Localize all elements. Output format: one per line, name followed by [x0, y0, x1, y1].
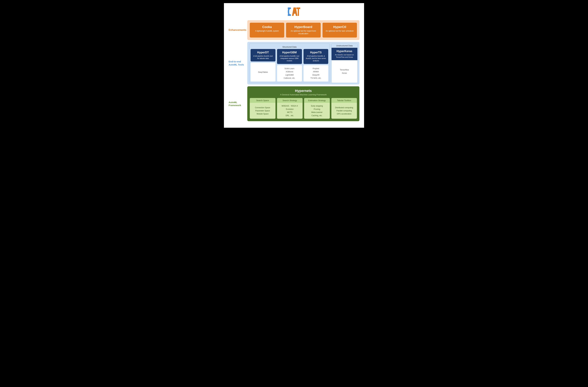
search-strategy-header: Search Strategy	[277, 98, 303, 103]
hypergbm-col: HyperGBM A full pipeline AutoML tool int…	[277, 49, 302, 82]
cooka-title: Cooka	[252, 25, 282, 29]
search-space-items: Connection Space Parameter Space Module …	[255, 106, 270, 116]
hypergbm-items: Scikit-Learn XGBoost LightGBM Catboost, …	[284, 67, 295, 80]
estimation-strategy-col: Estimation Strategy Early stopping Pruni…	[304, 98, 330, 119]
estimation-strategy-body: Early stopping Pruning Meta-Learner Cach…	[304, 103, 330, 119]
hypergbm-bottom: Scikit-Learn XGBoost LightGBM Catboost, …	[277, 65, 302, 82]
hyperts-items: Prophet ARIMA DeepAR TS-NAS, etc.	[311, 67, 321, 80]
hyperboard-title: HyperBoard	[288, 25, 319, 29]
hypernets-title: Hypernets	[250, 89, 357, 93]
hyperts-col: HyperTS A full pipeline AutoML & AutoDL …	[303, 49, 328, 82]
enhancements-content: Cooka A lightweight AutoML system HyperB…	[247, 20, 359, 40]
search-strategy-items: MOEA/D、NSGA-II Evolution MCTS DRL , etc.	[282, 104, 298, 117]
automl-content: Structured Data HyperDT A full pipeline …	[247, 42, 359, 85]
hyperkeras-desc: An AutoDL tool based on TensorFlow and K…	[333, 54, 356, 58]
cat-logo	[287, 6, 301, 17]
hypergbm-desc: A full pipeline AutoML tool integrated v…	[279, 55, 300, 62]
svg-rect-3	[294, 12, 295, 13]
hyperdt-desc: A full pipeline AutoDL tool for tabular …	[252, 55, 274, 60]
search-space-header: Search Space	[250, 98, 275, 103]
cooka-desc: A lightweight AutoML system	[252, 30, 282, 32]
cooka-card: Cooka A lightweight AutoML system	[250, 23, 284, 38]
hyperdt-col: HyperDT A full pipeline AutoDL tool for …	[251, 49, 275, 82]
unstructured-header: Unstructured Data	[332, 43, 357, 48]
svg-rect-0	[288, 7, 291, 9]
hyperts-card: HyperTS A full pipeline AutoML & AutoDL …	[303, 49, 328, 64]
hyperdt-bottom: DeepTables	[251, 63, 275, 81]
unstructured-block: Unstructured Data HyperKeras An AutoDL t…	[331, 43, 358, 83]
framework-label: AutoML Framework	[229, 86, 247, 121]
framework-row: AutoML Framework Hypernets A General Aut…	[229, 86, 359, 121]
hyperdt-card: HyperDT A full pipeline AutoDL tool for …	[251, 49, 275, 62]
estimation-strategy-header: Estimation Strategy	[304, 98, 330, 103]
hyperkeras-card: HyperKeras An AutoDL tool based on Tenso…	[332, 48, 357, 60]
svg-rect-5	[298, 9, 299, 16]
hypergbm-card: HyperGBM A full pipeline AutoML tool int…	[277, 49, 302, 64]
search-strategy-body: MOEA/D、NSGA-II Evolution MCTS DRL , etc.	[277, 103, 303, 119]
hyperkeras-title: HyperKeras	[333, 50, 356, 53]
hyperts-bottom: Prophet ARIMA DeepAR TS-NAS, etc.	[303, 65, 328, 82]
tabular-toolbox-header: Tabular Toolbox	[331, 98, 357, 103]
hyperctl-desc: An optional tool for task scheduler	[324, 30, 355, 32]
hyperboard-card: HyperBoard An optional tool for experime…	[286, 23, 320, 38]
hypergbm-title: HyperGBM	[279, 51, 300, 54]
tabular-toolbox-items: Distributed computing Parallel computing…	[335, 106, 353, 116]
hypernets-subtitle: A General Automated Machine Learning Fra…	[250, 94, 357, 96]
automl-tools-row: End-to-end AutoML Tools Structured Data …	[229, 42, 359, 85]
hyperkeras-items: Tensorflow Keras	[340, 68, 349, 75]
search-space-col: Search Space Connection Space Parameter …	[250, 98, 275, 119]
automl-inner: Structured Data HyperDT A full pipeline …	[249, 43, 357, 83]
hyperdt-title: HyperDT	[252, 51, 274, 54]
tabular-toolbox-col: Tabular Toolbox Distributed computing Pa…	[331, 98, 357, 119]
hyperdt-items: DeepTables	[258, 71, 268, 74]
svg-rect-4	[296, 7, 300, 9]
search-space-body: Connection Space Parameter Space Module …	[250, 103, 275, 119]
sections-wrapper: Enhancements Cooka A lightweight AutoML …	[229, 20, 359, 123]
hypernets-block: Hypernets A General Automated Machine Le…	[247, 86, 359, 121]
framework-content: Hypernets A General Automated Machine Le…	[247, 86, 359, 121]
hyperboard-desc: An optional tool for experiment visualiz…	[288, 30, 319, 35]
svg-rect-1	[288, 14, 291, 16]
hyperts-title: HyperTS	[305, 51, 327, 54]
framework-cols: Search Space Connection Space Parameter …	[250, 98, 357, 119]
estimation-strategy-items: Early stopping Pruning Meta-Learner Cach…	[311, 104, 323, 117]
structured-cols: HyperDT A full pipeline AutoDL tool for …	[251, 49, 328, 82]
automl-label: End-to-end AutoML Tools	[229, 42, 247, 85]
enhancements-label: Enhancements	[229, 20, 247, 40]
tabular-toolbox-body: Distributed computing Parallel computing…	[331, 103, 357, 119]
search-strategy-col: Search Strategy MOEA/D、NSGA-II Evolution…	[277, 98, 303, 119]
hyperctl-card: HyperCtl An optional tool for task sched…	[322, 23, 357, 38]
hyperkeras-bottom: Tensorflow Keras	[332, 60, 357, 83]
structured-wrapper: Structured Data HyperDT A full pipeline …	[249, 43, 330, 83]
enhancements-row: Enhancements Cooka A lightweight AutoML …	[229, 20, 359, 40]
structured-header: Structured Data	[251, 45, 328, 49]
hyperts-desc: A full pipeline AutoML & AutoDL tool for…	[305, 55, 327, 62]
hyperctl-title: HyperCtl	[324, 25, 355, 29]
logo-area	[229, 6, 359, 17]
